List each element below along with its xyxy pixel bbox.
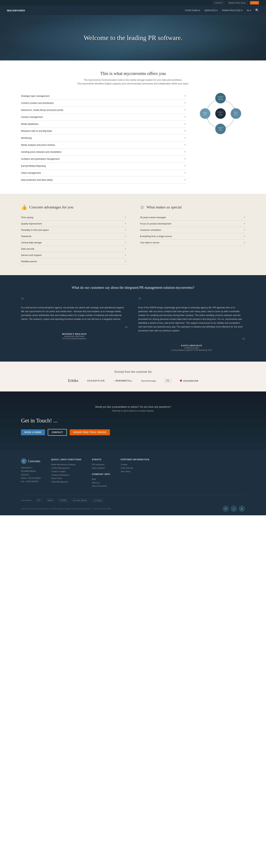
- contact-pre-title: Would you like a presentation or advice?…: [21, 405, 245, 408]
- nav-functions[interactable]: FUNCTIONS ▾: [185, 9, 200, 12]
- footer-link[interactable]: Order free trial: [121, 466, 149, 470]
- adv-item[interactable]: Reliable partner ▾: [21, 258, 126, 265]
- search-icon[interactable]: 🔍: [255, 8, 259, 12]
- adv-item[interactable]: Time saving ▾: [21, 214, 126, 221]
- footer-link[interactable]: Jobs at Convento: [92, 485, 110, 488]
- chevron-down-icon: ▾: [125, 222, 126, 225]
- footer-link[interactable]: Content Creation: [51, 470, 81, 473]
- contact-section: Would you like a presentation or advice?…: [0, 392, 266, 450]
- trial-button[interactable]: ORDER FREE TRIAL PERIOD: [70, 429, 110, 435]
- chevron-down-icon: ▾: [244, 241, 245, 244]
- footer-link[interactable]: Client Management: [51, 480, 81, 484]
- logo-ifa: IFA: [165, 379, 171, 382]
- adv-item[interactable]: Teamwork ▾: [21, 233, 126, 240]
- footer-link[interactable]: PR employees: [92, 463, 110, 466]
- nav-logo: myconvento: [7, 8, 25, 12]
- author-role: MANAGING PARTNER: [21, 335, 128, 338]
- accordion-item[interactable]: Invitation and participant management ▾: [21, 155, 186, 162]
- footer-link[interactable]: Open positions: [92, 466, 110, 470]
- chevron-down-icon: ▾: [184, 158, 186, 160]
- nav-language[interactable]: IN ▾: [247, 9, 251, 12]
- footer-link[interactable]: About us: [92, 481, 110, 485]
- customers-heading: Excerpt from the customer list: [21, 370, 245, 373]
- advantages-left-col: 👍 Concrete advantages for you Time savin…: [21, 205, 126, 265]
- nav-from-practice[interactable]: FROM PRACTICE ▾: [222, 9, 243, 12]
- partner-logo: STAMM: [58, 499, 68, 502]
- footer-link[interactable]: Contacts Distribution: [51, 473, 81, 477]
- footer-link[interactable]: Content Management: [51, 466, 81, 470]
- cloud-badge: ☁: [231, 505, 237, 512]
- adv-item[interactable]: Quality improvement ▾: [21, 221, 126, 227]
- offers-heading: This is what myconvento offers you: [21, 71, 245, 76]
- accordion-item[interactable]: Research with AI and Big Data ▾: [21, 127, 186, 134]
- chevron-down-icon: ▾: [125, 260, 126, 262]
- adv-item[interactable]: 30 years owner-managed ▾: [140, 214, 245, 221]
- chevron-down-icon: ▾: [244, 222, 245, 225]
- footer-link[interactable]: Media Monitoring & Analysis: [51, 463, 81, 466]
- footer-address-city: DE-64683 Mörlen: [21, 469, 41, 473]
- diagram-top: DISTRIBU-TION &PUBLISH: [215, 93, 226, 103]
- testimonial-item: " As a full-service communications agenc…: [21, 297, 128, 351]
- adv-item[interactable]: Everything from a single source ▾: [140, 233, 245, 240]
- security-badge: 🔒: [239, 505, 245, 512]
- accordion-item[interactable]: Client management ▾: [21, 169, 186, 177]
- chevron-down-icon: ▾: [184, 164, 186, 167]
- accordion-item[interactable]: Media analysis and press reviews ▾: [21, 142, 186, 149]
- trial-link[interactable]: ORDER FREE TRIAL: [227, 1, 248, 4]
- offers-grid: Strategic topic management ▾ Content cre…: [21, 93, 245, 183]
- login-link[interactable]: LOGIN: [250, 1, 259, 4]
- footer-partners-label: Our Partners: [21, 499, 32, 501]
- author-company: Kommunikations-Agentur Profil Marketing …: [138, 349, 245, 351]
- accordion-item[interactable]: Media databases ▾: [21, 121, 186, 127]
- advantages-grid: 👍 Concrete advantages for you Time savin…: [21, 205, 245, 265]
- testimonials-section: What do our customers say about the inte…: [0, 275, 266, 362]
- chevron-down-icon: ▾: [125, 254, 126, 256]
- adv-item[interactable]: Flexibility in time and space ▾: [21, 227, 126, 233]
- footer-address-fax: Fax: +49-20-202000: [21, 480, 41, 483]
- footer-further-heading: Further Information: [121, 458, 149, 461]
- advantages-section: 👍 Concrete advantages for you Time savin…: [0, 194, 266, 275]
- footer-address-phone: Phone: +49-20-202000: [21, 476, 41, 480]
- advantages-left-heading: 👍 Concrete advantages for you: [21, 205, 126, 210]
- contact-button[interactable]: CONTACT: [48, 429, 67, 436]
- nav-services[interactable]: SERVICES ▾: [205, 9, 218, 12]
- footer-link[interactable]: Time tracks: [121, 470, 149, 473]
- diagram-left: STRATE-GICTOPIC: [200, 108, 210, 119]
- adv-item[interactable]: Focus on product development ▾: [140, 221, 245, 227]
- footer-link[interactable]: Contact: [121, 463, 149, 466]
- footer-partners: Our Partners PR+ BeBot STAMM ms-news akt…: [21, 499, 245, 502]
- advantages-right-heading: ☆ What makes us special: [140, 205, 245, 210]
- hero-section: Welcome to the leading PR software.: [0, 15, 266, 60]
- author-name: BENEDICT BEILFEIN: [21, 333, 128, 335]
- footer-link[interactable]: Press Portal: [51, 477, 81, 480]
- adv-item[interactable]: Your data is secure ▾: [140, 240, 245, 246]
- adv-item[interactable]: Data security ▾: [21, 246, 126, 252]
- footer-col-quicklinks: Quick Links Functions Media Monitoring &…: [51, 458, 81, 488]
- accordion-item[interactable]: Data protection and data safety ▾: [21, 177, 186, 183]
- chevron-down-icon: ▾: [125, 229, 126, 231]
- accordion-item[interactable]: Contact management ▾: [21, 114, 186, 121]
- testimonials-heading: What do our customers say about the inte…: [21, 286, 245, 290]
- nav-links: FUNCTIONS ▾ SERVICES ▾ FROM PRACTICE ▾ I…: [185, 8, 259, 12]
- accordion-item[interactable]: Sending press releases and newsletters ▾: [21, 149, 186, 155]
- accordion-item[interactable]: Monitoring ▾: [21, 134, 186, 142]
- footer-link[interactable]: Blog: [92, 477, 110, 481]
- footer-col-further: Further Information Contact Order free t…: [121, 458, 149, 488]
- chevron-down-icon: ▾: [184, 123, 186, 125]
- chevron-down-icon: ▾: [125, 216, 126, 219]
- accordion-item[interactable]: Content creation and distribution ▾: [21, 99, 186, 106]
- contact-link[interactable]: CONTACT: [213, 1, 225, 4]
- footer: C Convento Oberdorstr. 4 DE-64683 Mörlen…: [0, 450, 266, 515]
- testimonial-text: Even if the GDPR brings surprisingly goo…: [138, 306, 245, 333]
- accordion-item[interactable]: Strategic topic management ▾: [21, 93, 186, 99]
- adv-item[interactable]: Central data storage ▾: [21, 240, 126, 246]
- book-demo-button[interactable]: BOOK A DEMO: [21, 429, 45, 435]
- adv-item[interactable]: Customer orientation ▾: [140, 227, 245, 233]
- accordion-item[interactable]: Newsroom, media library and press portal…: [21, 106, 186, 114]
- chevron-down-icon: ▾: [244, 229, 245, 231]
- adv-item[interactable]: Service and Support ▾: [21, 252, 126, 258]
- logos-row: Tchibo SCHAEFFLER ● RHEINMETALL thyssenk…: [21, 379, 245, 383]
- accordion-item[interactable]: Earned Media Reporting ▾: [21, 162, 186, 169]
- footer-bottom: Your Data Protection Policy No-Go List f…: [21, 505, 245, 512]
- chevron-down-icon: ▾: [244, 216, 245, 219]
